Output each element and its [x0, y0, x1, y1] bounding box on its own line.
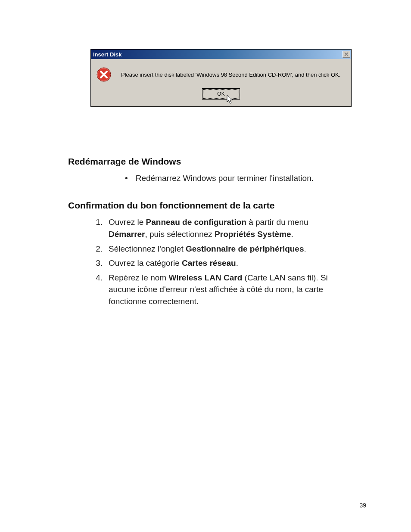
ok-button[interactable]: OK: [202, 88, 240, 100]
step-text: Sélectionnez l'onglet: [109, 244, 186, 253]
heading-restart: Redémarrage de Windows: [68, 155, 348, 168]
bullet-icon: •: [125, 172, 128, 184]
step-bold: Démarrer: [109, 230, 145, 239]
dialog-title: Insert Disk: [93, 51, 121, 58]
page-number: 39: [359, 502, 366, 509]
step-text: à partir du menu: [246, 218, 308, 227]
step-text: Repérez le nom: [109, 273, 168, 282]
step-bold: Cartes réseau: [182, 258, 236, 268]
step-bold: Panneau de configuration: [146, 218, 246, 227]
step-bold: Wireless LAN Card: [168, 273, 242, 282]
step-number: 2.: [94, 243, 103, 255]
list-item: 4. Repérez le nom Wireless LAN Card (Car…: [94, 272, 348, 308]
dialog-message: Please insert the disk labeled 'Windows …: [121, 72, 340, 78]
step-text: .: [291, 230, 293, 239]
step-text: .: [236, 258, 238, 268]
dialog-titlebar: Insert Disk: [91, 50, 351, 59]
step-bold: Gestionnaire de périphériques: [186, 244, 304, 253]
step-text: .: [304, 244, 306, 253]
error-icon: [96, 67, 112, 82]
restart-bullet-text: Redémarrez Windows pour terminer l'insta…: [136, 172, 314, 184]
close-button[interactable]: [342, 51, 350, 58]
document-body: Redémarrage de Windows • Redémarrez Wind…: [68, 155, 348, 310]
step-number: 3.: [94, 257, 103, 269]
step-bold: Propriétés Système: [215, 230, 291, 239]
heading-confirm: Confirmation du bon fonctionnement de la…: [68, 199, 348, 212]
step-number: 1.: [94, 216, 103, 240]
step-number: 4.: [94, 272, 103, 308]
list-item: 2. Sélectionnez l'onglet Gestionnaire de…: [94, 243, 348, 255]
steps-list: 1. Ouvrez le Panneau de configuration à …: [68, 216, 348, 307]
close-icon: [344, 52, 349, 56]
step-text: Ouvrez le: [109, 218, 146, 227]
ok-button-label: OK: [217, 91, 224, 97]
step-text: Ouvrez la catégorie: [109, 258, 182, 268]
step-text: , puis sélectionnez: [145, 230, 215, 239]
list-item: 3. Ouvrez la catégorie Cartes réseau.: [94, 257, 348, 269]
list-item: 1. Ouvrez le Panneau de configuration à …: [94, 216, 348, 240]
insert-disk-dialog: Insert Disk Please insert the: [90, 49, 352, 107]
